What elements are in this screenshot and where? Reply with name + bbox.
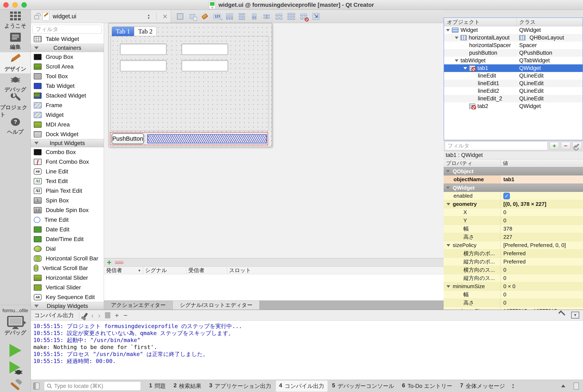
run-button[interactable] — [9, 343, 22, 359]
layout-vertically-icon[interactable] — [237, 12, 246, 21]
line-edit-4[interactable] — [182, 60, 228, 71]
property-row[interactable]: 幅378 — [444, 225, 583, 233]
property-row[interactable]: enabled✓ — [444, 192, 583, 200]
inspector-row[interactable]: WidgetQWidget — [444, 26, 582, 34]
remove-dynamic-property-button[interactable]: − — [561, 142, 570, 150]
open-document-selector[interactable]: widget.ui ▲▼ × — [31, 10, 171, 23]
widgetbox-item[interactable]: MDI Area — [31, 120, 104, 129]
signal-slot-table-body[interactable] — [104, 274, 444, 300]
column-1[interactable]: 発信者▾ — [104, 267, 143, 274]
widgetbox-item[interactable]: Date/Time Edit — [31, 234, 104, 244]
output-pane-button[interactable]: 1問題 — [146, 380, 169, 392]
widget-box-filter-input[interactable]: フィルタ — [33, 25, 102, 34]
widgetbox-item[interactable]: AIText Edit — [31, 176, 104, 186]
widgetbox-item[interactable]: Group Box — [31, 52, 104, 62]
property-value-cell[interactable]: 227 — [500, 233, 583, 241]
widgetbox-item[interactable]: 1Spin Box — [31, 196, 104, 205]
run-debug-button[interactable] — [9, 361, 23, 377]
pane-dropdown-icon[interactable]: ▼ — [571, 312, 579, 318]
adjust-size-icon[interactable] — [312, 12, 320, 21]
column-class[interactable]: クラス — [517, 18, 536, 26]
line-edit-1[interactable] — [120, 44, 167, 55]
inspector-row[interactable]: horizontalLayoutQHBoxLayout — [444, 34, 582, 42]
output-pane-button[interactable]: 4コンパイル出力 — [276, 380, 328, 392]
widgetbox-item[interactable]: fFont Combo Box — [31, 157, 104, 166]
property-row[interactable]: 高さ0 — [444, 299, 583, 307]
column-value[interactable]: 値 — [500, 160, 508, 166]
next-item-icon[interactable]: › — [98, 312, 100, 318]
stop-icon[interactable] — [105, 312, 110, 318]
property-row[interactable]: 縦方向のポ...Preferred — [444, 258, 583, 266]
widgetbox-section-header[interactable]: Display Widgets — [31, 302, 104, 310]
property-value-cell[interactable]: 0 — [500, 208, 583, 216]
output-pane-button[interactable]: 6To-Do エントリー — [399, 380, 456, 392]
expand-arrow-icon[interactable] — [455, 60, 458, 62]
widgetbox-section-header[interactable]: Containers — [31, 44, 104, 52]
inspector-row[interactable]: pushButtonQPushButton — [444, 49, 582, 57]
document-dropdown-icon[interactable]: ▲▼ — [147, 14, 150, 19]
designed-form[interactable]: Tab 1 Tab 2 PushButton — [109, 23, 272, 147]
build-button[interactable] — [8, 379, 24, 392]
expand-arrow-icon[interactable] — [463, 67, 467, 70]
widgetbox-item[interactable]: Vertical Scroll Bar — [31, 263, 104, 273]
property-filter-input[interactable]: フィルタ — [445, 142, 547, 150]
break-layout-icon[interactable] — [299, 12, 308, 21]
output-pane-button[interactable]: 5デバッガーコンソール — [329, 380, 398, 392]
inspector-row[interactable]: lineEdit1QLineEdit — [444, 80, 582, 87]
property-row[interactable]: minimumSize0 × 0 — [444, 282, 583, 290]
kit-selector-button[interactable] — [7, 316, 24, 330]
edit-signals-slots-icon[interactable] — [188, 12, 197, 21]
mode-edit[interactable]: 編集 — [0, 31, 31, 52]
edit-buddies-icon[interactable] — [200, 12, 209, 21]
output-pane-button[interactable]: 7全体メッセージ — [457, 380, 508, 392]
toggle-right-sidebar-icon[interactable] — [573, 382, 579, 390]
form-tab-1[interactable]: Tab 1 — [112, 26, 134, 36]
property-row[interactable]: X0 — [444, 208, 583, 216]
column-3[interactable]: 受信者 — [186, 267, 227, 274]
edit-tab-order-icon[interactable]: 123 — [213, 12, 221, 21]
editor-tab[interactable]: アクションエディター — [104, 301, 173, 310]
widgetbox-item[interactable]: Date Edit — [31, 224, 104, 234]
property-value-cell[interactable]: [(0, 0), 378 × 227] — [500, 200, 583, 208]
expand-arrow-icon[interactable] — [455, 36, 458, 39]
expand-arrow-icon[interactable] — [446, 29, 450, 32]
property-value-cell[interactable]: 0 × 0 — [500, 282, 583, 290]
property-row[interactable]: 縦方向のス...0 — [444, 274, 583, 282]
widgetbox-item[interactable]: ABKey Sequence Edit — [31, 292, 104, 302]
zoom-out-icon[interactable]: − — [124, 312, 128, 318]
clear-output-icon[interactable] — [83, 312, 88, 318]
widgetbox-item[interactable]: Scroll Area — [31, 62, 104, 71]
property-row[interactable]: Y0 — [444, 216, 583, 225]
output-pane-button[interactable]: 2検索結果 — [170, 380, 205, 392]
expand-pane-icon[interactable] — [561, 384, 565, 387]
widgetbox-item[interactable]: Widget — [31, 110, 104, 120]
add-dynamic-property-button[interactable]: + — [550, 142, 559, 150]
layout-horizontal-splitter-icon[interactable] — [250, 12, 258, 21]
layout-form-icon[interactable] — [275, 12, 283, 21]
column-property[interactable]: プロパティ — [444, 160, 500, 167]
inspector-row[interactable]: lineEditQLineEdit — [444, 72, 582, 80]
property-row[interactable]: geometry[(0, 0), 378 × 227] — [444, 200, 583, 208]
property-value-cell[interactable]: Preferred — [500, 258, 583, 266]
locator-input[interactable]: Type to locate (⌘K) — [44, 382, 141, 390]
mode-help[interactable]: ?ヘルプ — [0, 116, 31, 137]
remove-connection-button[interactable] — [115, 261, 123, 264]
column-object[interactable]: オブジェクト — [444, 18, 517, 26]
expand-arrow-icon[interactable] — [447, 203, 450, 206]
property-value-cell[interactable]: 0 — [500, 274, 583, 282]
line-edit-2[interactable] — [182, 44, 228, 55]
push-button[interactable]: PushButton — [112, 134, 144, 144]
inspector-row[interactable]: horizontalSpacerSpacer — [444, 42, 582, 49]
property-value-cell[interactable]: Preferred — [500, 250, 583, 258]
property-value-cell[interactable]: 0 — [500, 290, 583, 299]
close-document-icon[interactable]: × — [163, 13, 167, 20]
widgetbox-item[interactable]: Tool Box — [31, 71, 104, 81]
property-group-header[interactable]: QWidget — [444, 184, 583, 192]
property-group-header[interactable]: QObject — [444, 167, 583, 176]
property-value-cell[interactable]: 16777215 × 16777215 — [500, 307, 583, 310]
mode-welcome[interactable]: ようこそ — [0, 10, 31, 31]
widgetbox-item[interactable]: Table Widget — [31, 34, 104, 44]
inspector-row[interactable]: tab2QWidget — [444, 102, 582, 110]
widgetbox-item[interactable]: Vertical Slider — [31, 282, 104, 292]
form-tab-2[interactable]: Tab 2 — [134, 26, 157, 36]
